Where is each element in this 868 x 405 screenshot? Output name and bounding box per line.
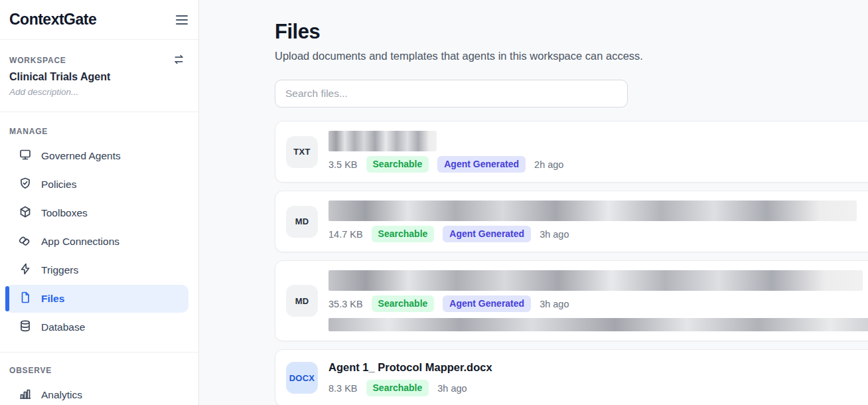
sidebar-item-label: Policies [41,179,76,191]
file-type-badge: MD [286,285,318,317]
file-time: 2h ago [534,159,563,170]
database-icon [19,319,32,335]
workspace-block: WORKSPACE Clinical Trials Agent Add desc… [0,40,198,112]
sidebar-item-label: Files [41,293,64,305]
sidebar: ContextGate WORKSPACE Clinical Trials Ag… [0,0,199,405]
sidebar-divider [0,352,198,353]
file-type-badge: TXT [286,136,318,168]
sidebar-item-toolboxes[interactable]: Toolboxes [5,199,188,227]
observe-nav-list: Analytics [0,381,198,405]
file-time: 3h ago [437,383,467,394]
main-content: Files Upload documents and templates tha… [199,0,868,405]
file-time: 3h ago [540,299,569,309]
cube-icon [19,205,32,221]
agent-generated-badge: Agent Generated [437,156,526,173]
sidebar-item-files[interactable]: Files [5,285,188,313]
file-size: 3.5 KB [328,159,358,170]
file-size: 14.7 KB [328,229,363,240]
agent-generated-badge: Agent Generated [443,226,531,242]
file-name: Agent 1_ Protocol Mapper.docx [328,359,868,375]
file-row[interactable]: MD 35.3 KB Searchable Agent Generated 3h… [275,260,868,341]
searchable-badge: Searchable [372,295,435,312]
lightning-icon [19,262,32,278]
sidebar-item-label: Database [41,321,85,333]
page-subtitle: Upload documents and templates that agen… [275,50,868,62]
redacted-file-name [328,201,857,221]
sidebar-item-label: Analytics [41,389,82,401]
searchable-badge: Searchable [366,156,429,173]
searchable-badge: Searchable [372,226,435,242]
file-time: 3h ago [540,229,569,240]
workspace-description-placeholder[interactable]: Add description... [9,87,189,97]
sidebar-item-triggers[interactable]: Triggers [5,256,188,284]
workspace-label: WORKSPACE [9,56,189,65]
file-row[interactable]: MD 14.7 KB Searchable Agent Generated 3h… [275,191,868,252]
file-row[interactable]: TXT 3.5 KB Searchable Agent Generated 2h… [275,121,868,183]
manage-section-label: MANAGE [0,127,198,136]
file-row[interactable]: DOCX Agent 1_ Protocol Mapper.docx 8.3 K… [275,349,868,405]
file-type-badge: MD [286,206,318,238]
sidebar-item-policies[interactable]: Policies [5,171,188,199]
hamburger-menu-icon[interactable] [175,14,188,26]
switch-workspace-icon[interactable] [173,53,185,68]
redacted-file-description [328,318,868,331]
monitor-icon [19,148,32,164]
shield-check-icon [19,177,32,193]
file-list: TXT 3.5 KB Searchable Agent Generated 2h… [275,121,868,405]
file-icon [19,291,32,307]
search-input[interactable] [275,80,628,108]
redacted-file-name [328,270,863,291]
file-size: 8.3 KB [328,383,358,394]
sidebar-item-governed-agents[interactable]: Governed Agents [5,142,188,170]
redacted-file-name [328,131,437,151]
file-size: 35.3 KB [328,299,363,309]
logo-row: ContextGate [0,0,198,40]
manage-nav-list: Governed Agents Policies Toolboxes App C… [0,142,198,341]
sidebar-item-database[interactable]: Database [5,313,188,341]
sidebar-item-label: Triggers [41,264,78,276]
sidebar-item-label: Governed Agents [41,150,121,162]
file-type-badge: DOCX [286,362,318,394]
sidebar-item-label: App Connections [41,236,119,248]
link-icon [19,234,32,250]
observe-section-label: OBSERVE [0,366,198,375]
agent-generated-badge: Agent Generated [443,295,531,312]
workspace-name[interactable]: Clinical Trials Agent [9,71,189,83]
searchable-badge: Searchable [366,380,429,396]
sidebar-item-app-connections[interactable]: App Connections [5,228,188,256]
sidebar-item-analytics[interactable]: Analytics [5,381,188,405]
bar-chart-icon [19,387,32,403]
page-title: Files [275,20,868,44]
app-logo: ContextGate [9,11,96,29]
sidebar-item-label: Toolboxes [41,207,88,219]
